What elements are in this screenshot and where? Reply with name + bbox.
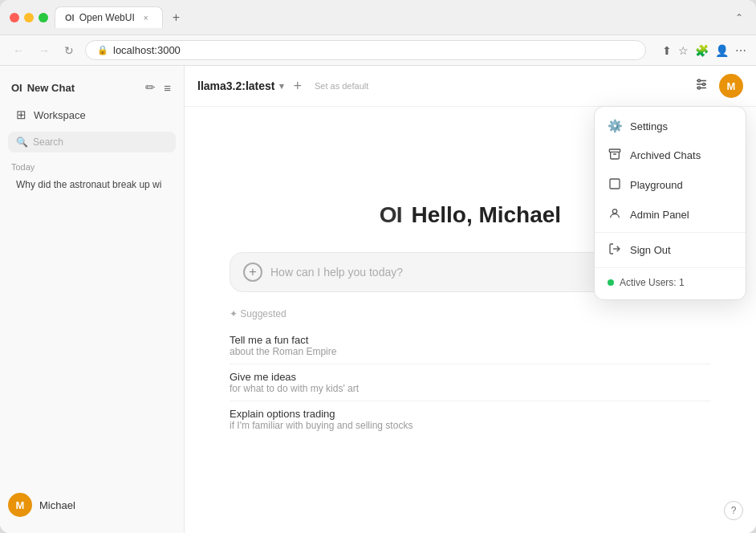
menu-icon-btn[interactable]: ≡ <box>162 79 173 96</box>
suggestion-title-1: Give me ideas <box>230 371 711 383</box>
model-chevron-icon: ▾ <box>279 81 284 92</box>
active-users-text: Active Users: 1 <box>620 277 685 288</box>
search-placeholder: Search <box>33 136 63 148</box>
suggestion-item-0[interactable]: Tell me a fun fact about the Roman Empir… <box>230 328 711 364</box>
dropdown-item-admin-panel[interactable]: Admin Panel <box>595 200 746 230</box>
suggestion-sub-1: for what to do with my kids' art <box>230 383 711 394</box>
svg-point-5 <box>698 87 701 89</box>
suggestion-sub-0: about the Roman Empire <box>230 346 711 357</box>
sidebar-search[interactable]: 🔍 Search <box>8 132 176 153</box>
sidebar-item-workspace[interactable]: ⊞ Workspace <box>5 102 179 128</box>
dropdown-item-settings[interactable]: ⚙️ Settings <box>595 112 746 140</box>
suggestions-area: ✦ Suggested Tell me a fun fact about the… <box>230 308 711 437</box>
suggested-label-text: ✦ Suggested <box>230 308 287 319</box>
dropdown-item-archived-chats[interactable]: Archived Chats <box>595 140 746 170</box>
dropdown-item-sign-out[interactable]: Sign Out <box>595 235 746 265</box>
address-bar: ← → ↻ 🔒 localhost:3000 ⬆ ☆ 🧩 👤 ⋯ <box>0 35 756 66</box>
logo-icon: OI <box>11 82 22 94</box>
main-content: llama3.2:latest ▾ + Set as default <box>185 66 756 533</box>
nav-back-btn[interactable]: ← <box>10 43 27 59</box>
suggestion-title-0: Tell me a fun fact <box>230 334 711 346</box>
suggested-label: ✦ Suggested <box>230 308 711 319</box>
address-icons: ⬆ ☆ 🧩 👤 ⋯ <box>662 44 746 57</box>
greeting: OI Hello, Michael <box>380 202 561 228</box>
main-header-right: M <box>690 74 743 98</box>
set-default-label[interactable]: Set as default <box>315 81 368 91</box>
title-bar: OI Open WebUI × + ⌃ <box>0 0 756 35</box>
tab-favicon: OI <box>65 13 75 22</box>
settings-icon: ⚙️ <box>608 119 622 133</box>
suggestion-item-1[interactable]: Give me ideas for what to do with my kid… <box>230 364 711 401</box>
dropdown-divider <box>595 232 746 233</box>
new-tab-btn[interactable]: + <box>168 9 185 26</box>
address-text: localhost:3000 <box>113 44 181 56</box>
share-icon[interactable]: ⬆ <box>662 44 672 57</box>
extensions-icon[interactable]: 🧩 <box>695 44 709 57</box>
model-selector[interactable]: llama3.2:latest ▾ <box>197 79 284 92</box>
header-avatar[interactable]: M <box>719 74 743 98</box>
dropdown-label-settings: Settings <box>630 120 668 132</box>
chevron-btn[interactable]: ⌃ <box>732 10 746 25</box>
svg-point-4 <box>703 83 705 86</box>
dropdown-label-archived: Archived Chats <box>630 149 701 161</box>
archived-chats-icon <box>608 148 622 163</box>
filter-icon-btn[interactable] <box>690 75 713 97</box>
dropdown-menu: ⚙️ Settings Archived Chats <box>594 106 746 300</box>
app-container: OI New Chat ✏ ≡ ⊞ Workspace 🔍 Search Tod… <box>0 66 756 533</box>
suggestion-item-2[interactable]: Explain options trading if I'm familiar … <box>230 401 711 437</box>
add-model-btn[interactable]: + <box>291 78 306 95</box>
sidebar-logo: OI New Chat <box>11 82 75 94</box>
address-input[interactable]: 🔒 localhost:3000 <box>85 40 646 60</box>
search-icon: 🔍 <box>16 136 28 148</box>
svg-rect-6 <box>609 149 620 152</box>
minimize-window-btn[interactable] <box>24 13 34 22</box>
profile-icon[interactable]: 👤 <box>715 44 729 57</box>
maximize-window-btn[interactable] <box>39 13 48 22</box>
svg-point-3 <box>698 79 701 82</box>
main-header: llama3.2:latest ▾ + Set as default <box>185 66 756 107</box>
suggestion-title-2: Explain options trading <box>230 408 711 420</box>
help-btn[interactable]: ? <box>724 501 743 520</box>
more-icon[interactable]: ⋯ <box>735 44 746 57</box>
tab-title: Open WebUI <box>79 12 135 23</box>
active-users-dot <box>608 279 614 286</box>
dropdown-label-playground: Playground <box>630 179 683 191</box>
dropdown-item-playground[interactable]: Playground <box>595 170 746 200</box>
nav-forward-btn[interactable]: → <box>35 43 53 59</box>
browser-tab[interactable]: OI Open WebUI × <box>55 6 163 28</box>
greeting-logo: OI <box>380 202 402 228</box>
workspace-label: Workspace <box>34 109 86 121</box>
sidebar-header: OI New Chat ✏ ≡ <box>0 74 184 101</box>
nav-refresh-btn[interactable]: ↻ <box>61 43 77 59</box>
svg-point-9 <box>612 210 616 214</box>
close-window-btn[interactable] <box>10 13 19 22</box>
model-name: llama3.2:latest <box>197 79 275 92</box>
dropdown-label-admin: Admin Panel <box>630 209 689 221</box>
tab-close-btn[interactable]: × <box>140 11 152 24</box>
window-controls: ⌃ <box>732 10 746 25</box>
sidebar-bottom: M Michael <box>0 485 184 525</box>
sign-out-icon <box>608 242 622 258</box>
bookmark-icon[interactable]: ☆ <box>678 44 689 57</box>
sidebar-section-today: Today <box>0 156 184 174</box>
sidebar: OI New Chat ✏ ≡ ⊞ Workspace 🔍 Search Tod… <box>0 66 185 533</box>
dropdown-footer: Active Users: 1 <box>595 271 746 295</box>
svg-rect-8 <box>610 179 620 189</box>
dropdown-footer-divider <box>595 267 746 268</box>
traffic-lights <box>10 13 48 22</box>
sidebar-new-chat-label: New Chat <box>27 82 75 94</box>
admin-panel-icon <box>608 207 622 222</box>
tab-bar: OI Open WebUI × + <box>55 6 726 28</box>
user-name: Michael <box>39 499 75 511</box>
greeting-text: Hello, Michael <box>411 202 561 228</box>
sidebar-header-actions: ✏ ≡ <box>144 79 173 96</box>
playground-icon <box>608 177 622 193</box>
sidebar-chat-item[interactable]: Why did the astronaut break up wi <box>5 175 179 194</box>
user-avatar[interactable]: M <box>8 493 32 517</box>
lock-icon: 🔒 <box>97 45 108 55</box>
suggestion-sub-2: if I'm familiar with buying and selling … <box>230 420 711 431</box>
chat-add-btn[interactable]: + <box>243 262 262 282</box>
workspace-icon: ⊞ <box>16 108 26 122</box>
new-chat-icon-btn[interactable]: ✏ <box>144 79 157 96</box>
dropdown-label-sign-out: Sign Out <box>630 244 671 256</box>
